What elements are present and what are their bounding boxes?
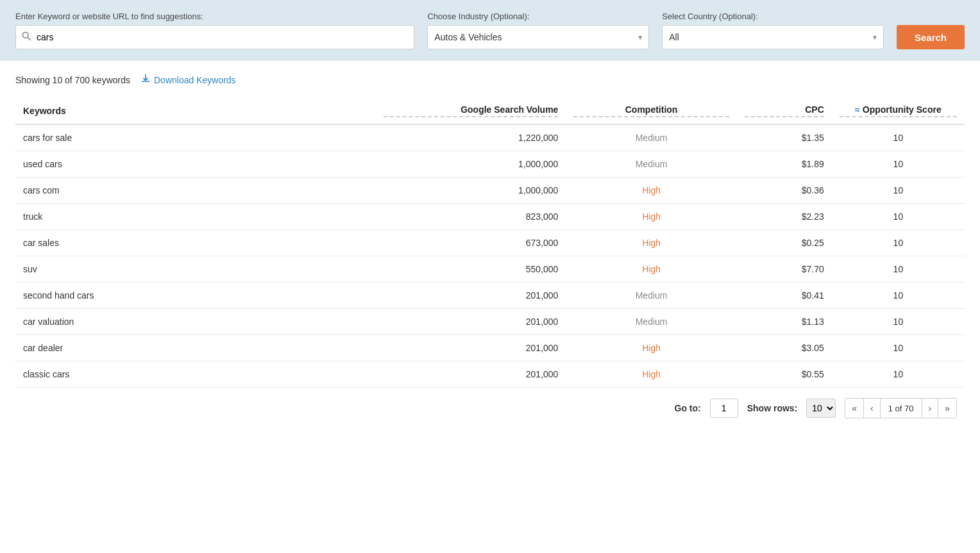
cell-cpc: $7.70 [737,256,832,283]
cell-cpc: $2.23 [737,204,832,230]
table-row: car valuation 201,000 Medium $1.13 10 [15,309,965,335]
cell-opportunity: 10 [832,335,965,361]
results-count: Showing 10 of 700 keywords [15,75,130,85]
goto-input[interactable] [710,399,738,418]
cell-keyword: cars com [15,177,376,204]
cell-keyword: car dealer [15,335,376,361]
cell-keyword: suv [15,256,376,283]
cell-cpc: $1.13 [737,309,832,335]
prev-page-button[interactable]: ‹ [864,399,881,418]
cell-cpc: $0.25 [737,230,832,256]
cell-opportunity: 10 [832,283,965,309]
industry-select[interactable]: Autos & Vehicles All Industries Business… [428,26,648,49]
cell-competition: Medium [566,124,736,151]
cell-opportunity: 10 [832,151,965,177]
industry-label: Choose Industry (Optional): [427,12,649,21]
cell-opportunity: 10 [832,124,965,151]
cell-volume: 1,220,000 [376,124,566,151]
country-select[interactable]: All United States United Kingdom Canada … [663,26,883,49]
cell-volume: 823,000 [376,204,566,230]
cell-competition: High [566,230,736,256]
cell-volume: 550,000 [376,256,566,283]
results-header: Showing 10 of 700 keywords Download Keyw… [15,74,965,87]
table-row: cars for sale 1,220,000 Medium $1.35 10 [15,124,965,151]
keyword-input[interactable] [37,32,409,42]
col-header-opportunity: ≈Opportunity Score [832,98,965,124]
cell-volume: 201,000 [376,335,566,361]
cell-keyword: car valuation [15,309,376,335]
cell-cpc: $1.89 [737,151,832,177]
keyword-input-wrap [15,25,414,49]
cell-cpc: $0.55 [737,361,832,388]
content-area: Showing 10 of 700 keywords Download Keyw… [0,61,980,436]
cell-volume: 201,000 [376,361,566,388]
table-row: classic cars 201,000 High $0.55 10 [15,361,965,388]
first-page-button[interactable]: « [845,399,864,418]
col-header-cpc: CPC [737,98,832,124]
country-label: Select Country (Optional): [662,12,884,21]
cell-keyword: classic cars [15,361,376,388]
cell-volume: 201,000 [376,283,566,309]
industry-group: Choose Industry (Optional): Autos & Vehi… [427,12,649,49]
cell-competition: High [566,177,736,204]
next-page-button[interactable]: › [922,399,939,418]
cell-opportunity: 10 [832,361,965,388]
svg-line-1 [28,37,30,40]
table-header-row: Keywords Google Search Volume Competitio… [15,98,965,124]
keyword-search-group: Enter Keyword or website URL to find sug… [15,12,414,49]
cell-competition: High [566,335,736,361]
cell-competition: Medium [566,283,736,309]
col-header-competition: Competition [566,98,736,124]
search-icon [21,31,31,44]
cell-volume: 1,000,000 [376,151,566,177]
cell-opportunity: 10 [832,177,965,204]
page-nav: « ‹ 1 of 70 › » [845,398,957,418]
search-button[interactable]: Search [897,25,965,49]
cell-competition: High [566,256,736,283]
showrows-label: Show rows: [747,403,798,413]
download-icon [140,74,151,87]
cell-opportunity: 10 [832,204,965,230]
cell-cpc: $3.05 [737,335,832,361]
cell-cpc: $1.35 [737,124,832,151]
cell-cpc: $0.36 [737,177,832,204]
cell-competition: High [566,361,736,388]
table-row: truck 823,000 High $2.23 10 [15,204,965,230]
cell-keyword: used cars [15,151,376,177]
showrows-select[interactable]: 10 5 25 50 [806,399,836,418]
cell-competition: Medium [566,151,736,177]
opportunity-icon: ≈ [855,104,860,115]
cell-volume: 201,000 [376,309,566,335]
table-body: cars for sale 1,220,000 Medium $1.35 10 … [15,124,965,388]
cell-opportunity: 10 [832,230,965,256]
cell-volume: 673,000 [376,230,566,256]
table-row: suv 550,000 High $7.70 10 [15,256,965,283]
cell-keyword: car sales [15,230,376,256]
col-header-volume: Google Search Volume [376,98,566,124]
country-group: Select Country (Optional): All United St… [662,12,884,49]
table-row: used cars 1,000,000 Medium $1.89 10 [15,151,965,177]
cell-keyword: cars for sale [15,124,376,151]
goto-label: Go to: [675,403,701,413]
cell-keyword: truck [15,204,376,230]
keyword-input-label: Enter Keyword or website URL to find sug… [15,12,414,21]
country-select-wrap: All United States United Kingdom Canada … [662,25,884,49]
cell-opportunity: 10 [832,256,965,283]
keywords-table: Keywords Google Search Volume Competitio… [15,98,965,388]
page-info: 1 of 70 [881,399,922,418]
table-row: car dealer 201,000 High $3.05 10 [15,335,965,361]
cell-competition: Medium [566,309,736,335]
cell-competition: High [566,204,736,230]
download-keywords-label: Download Keywords [154,75,236,85]
last-page-button[interactable]: » [938,399,956,418]
col-header-keywords: Keywords [15,98,376,124]
table-row: second hand cars 201,000 Medium $0.41 10 [15,283,965,309]
cell-opportunity: 10 [832,309,965,335]
download-keywords-link[interactable]: Download Keywords [140,74,236,87]
cell-volume: 1,000,000 [376,177,566,204]
table-row: cars com 1,000,000 High $0.36 10 [15,177,965,204]
industry-select-wrap: Autos & Vehicles All Industries Business… [427,25,649,49]
search-bar-area: Enter Keyword or website URL to find sug… [0,0,980,61]
table-row: car sales 673,000 High $0.25 10 [15,230,965,256]
pagination-area: Go to: Show rows: 10 5 25 50 « ‹ 1 of 70… [15,388,965,424]
